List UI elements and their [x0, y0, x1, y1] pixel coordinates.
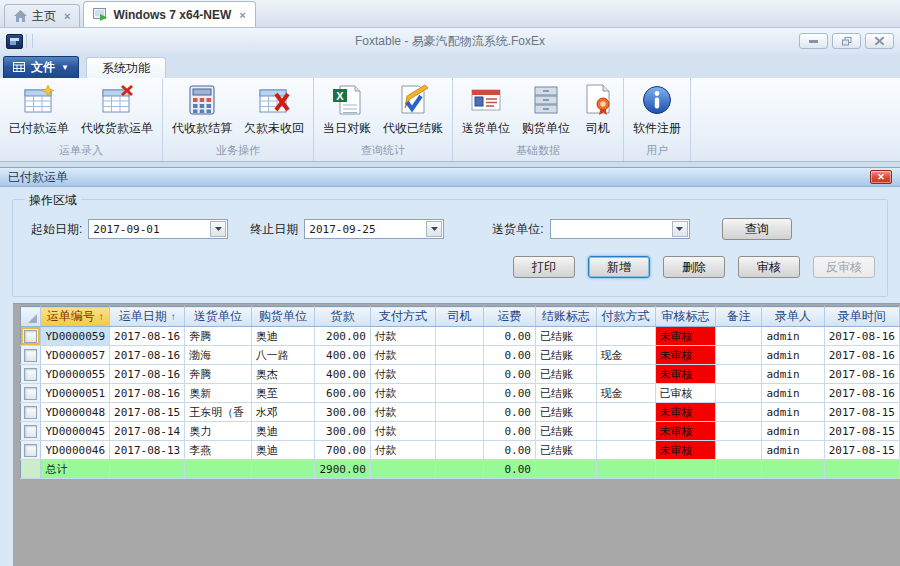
- cell-结账标志[interactable]: 已结账: [536, 327, 597, 346]
- cell-支付方式[interactable]: 付款: [370, 403, 435, 422]
- ribbon-button-软件注册[interactable]: 软件注册: [627, 81, 687, 139]
- cell-运单日期[interactable]: 2017-08-16: [110, 346, 185, 365]
- cell-录单人[interactable]: admin: [762, 365, 824, 384]
- close-button[interactable]: [865, 33, 894, 49]
- cell-结账标志[interactable]: 已结账: [536, 441, 597, 460]
- cell-购货单位[interactable]: 八一路: [251, 346, 315, 365]
- query-button[interactable]: 查询: [722, 218, 792, 240]
- cell-录单人[interactable]: admin: [762, 403, 824, 422]
- minimize-button[interactable]: [799, 33, 828, 49]
- cell-运单日期[interactable]: 2017-08-16: [110, 365, 185, 384]
- row-selector[interactable]: [21, 441, 41, 460]
- row-selector[interactable]: [21, 346, 41, 365]
- column-header-支付方式[interactable]: 支付方式: [370, 307, 435, 327]
- cell-结账标志[interactable]: 已结账: [536, 346, 597, 365]
- cell-审核标志[interactable]: 未审核: [655, 441, 716, 460]
- cell-运单编号[interactable]: YD0000045: [41, 422, 110, 441]
- row-checkbox[interactable]: [24, 330, 37, 343]
- cell-录单时间[interactable]: 2017-08-15: [824, 441, 899, 460]
- tab-vm-close-icon[interactable]: ×: [239, 9, 245, 21]
- restore-button[interactable]: [832, 33, 861, 49]
- cell-运单编号[interactable]: YD0000059: [41, 327, 110, 346]
- cell-付款方式[interactable]: [596, 403, 655, 422]
- print-button[interactable]: 打印: [513, 256, 575, 278]
- row-selector[interactable]: [21, 327, 41, 346]
- column-header-货款[interactable]: 货款: [315, 307, 370, 327]
- cell-备注[interactable]: [716, 403, 762, 422]
- cell-支付方式[interactable]: 付款: [370, 441, 435, 460]
- cell-备注[interactable]: [716, 441, 762, 460]
- file-menu-button[interactable]: 文件 ▼: [3, 56, 79, 78]
- cell-结账标志[interactable]: 已结账: [536, 384, 597, 403]
- cell-运费[interactable]: 0.00: [484, 346, 536, 365]
- tab-system-functions[interactable]: 系统功能: [86, 57, 166, 78]
- ribbon-button-代收已结账[interactable]: 代收已结账: [377, 81, 449, 139]
- cell-付款方式[interactable]: 现金: [596, 384, 655, 403]
- cell-备注[interactable]: [716, 327, 762, 346]
- cell-结账标志[interactable]: 已结账: [536, 403, 597, 422]
- cell-司机[interactable]: [436, 327, 484, 346]
- cell-付款方式[interactable]: [596, 327, 655, 346]
- row-checkbox[interactable]: [24, 425, 37, 438]
- cell-支付方式[interactable]: 付款: [370, 384, 435, 403]
- cell-备注[interactable]: [716, 422, 762, 441]
- cell-购货单位[interactable]: 奥迪: [251, 422, 315, 441]
- ribbon-button-送货单位[interactable]: 送货单位: [456, 81, 516, 139]
- ribbon-button-代收货款运单[interactable]: 代收货款运单: [75, 81, 159, 139]
- cell-货款[interactable]: 700.00: [315, 441, 370, 460]
- cell-运单日期[interactable]: 2017-08-16: [110, 327, 185, 346]
- cell-备注[interactable]: [716, 365, 762, 384]
- tab-vm-windows7[interactable]: Windows 7 x64-NEW ×: [83, 1, 255, 27]
- column-header-结账标志[interactable]: 结账标志: [536, 307, 597, 327]
- row-checkbox[interactable]: [24, 444, 37, 457]
- cell-备注[interactable]: [716, 346, 762, 365]
- dialog-close-icon[interactable]: ✕: [870, 170, 892, 184]
- cell-送货单位[interactable]: 奔腾: [185, 327, 251, 346]
- audit-button[interactable]: 审核: [738, 256, 800, 278]
- cell-货款[interactable]: 400.00: [315, 346, 370, 365]
- cell-审核标志[interactable]: 未审核: [655, 327, 716, 346]
- cell-录单时间[interactable]: 2017-08-15: [824, 403, 899, 422]
- cell-审核标志[interactable]: 已审核: [655, 384, 716, 403]
- cell-录单人[interactable]: admin: [762, 327, 824, 346]
- cell-送货单位[interactable]: 李燕: [185, 441, 251, 460]
- cell-审核标志[interactable]: 未审核: [655, 422, 716, 441]
- cell-支付方式[interactable]: 付款: [370, 327, 435, 346]
- row-checkbox[interactable]: [24, 387, 37, 400]
- column-header-运单编号[interactable]: 运单编号↑: [41, 307, 110, 327]
- cell-录单时间[interactable]: 2017-08-16: [824, 384, 899, 403]
- cell-审核标志[interactable]: 未审核: [655, 403, 716, 422]
- cell-录单人[interactable]: admin: [762, 441, 824, 460]
- cell-运费[interactable]: 0.00: [484, 384, 536, 403]
- cell-送货单位[interactable]: 王东明（香: [185, 403, 251, 422]
- cell-货款[interactable]: 300.00: [315, 403, 370, 422]
- cell-录单时间[interactable]: 2017-08-16: [824, 327, 899, 346]
- row-selector[interactable]: [21, 422, 41, 441]
- cell-运单编号[interactable]: YD0000057: [41, 346, 110, 365]
- cell-支付方式[interactable]: 付款: [370, 346, 435, 365]
- cell-司机[interactable]: [436, 441, 484, 460]
- ribbon-button-代收款结算[interactable]: 代收款结算: [166, 81, 238, 139]
- column-header-审核标志[interactable]: 审核标志: [655, 307, 716, 327]
- chevron-down-icon[interactable]: [672, 221, 688, 237]
- cell-货款[interactable]: 400.00: [315, 365, 370, 384]
- cell-司机[interactable]: [436, 365, 484, 384]
- cell-付款方式[interactable]: [596, 422, 655, 441]
- column-header-送货单位[interactable]: 送货单位: [185, 307, 251, 327]
- cell-运费[interactable]: 0.00: [484, 422, 536, 441]
- ribbon-button-欠款未收回[interactable]: 欠款未收回: [238, 81, 310, 139]
- cell-运单日期[interactable]: 2017-08-16: [110, 384, 185, 403]
- cell-送货单位[interactable]: 渤海: [185, 346, 251, 365]
- column-header-付款方式[interactable]: 付款方式: [596, 307, 655, 327]
- cell-付款方式[interactable]: [596, 441, 655, 460]
- cell-货款[interactable]: 200.00: [315, 327, 370, 346]
- chevron-down-icon[interactable]: [426, 221, 442, 237]
- grid-corner-cell[interactable]: [21, 307, 41, 327]
- row-selector[interactable]: [21, 403, 41, 422]
- column-header-购货单位[interactable]: 购货单位: [251, 307, 315, 327]
- cell-结账标志[interactable]: 已结账: [536, 422, 597, 441]
- cell-支付方式[interactable]: 付款: [370, 422, 435, 441]
- add-button[interactable]: 新增: [588, 256, 650, 278]
- column-header-运费[interactable]: 运费: [484, 307, 536, 327]
- cell-购货单位[interactable]: 奥迪: [251, 441, 315, 460]
